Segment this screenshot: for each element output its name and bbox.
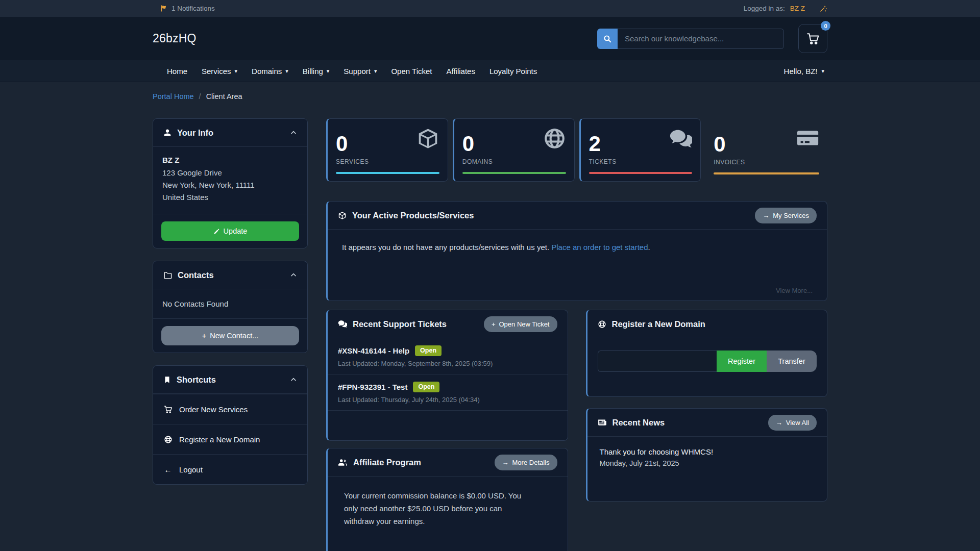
stat-card-domains[interactable]: 0 DOMAINS xyxy=(453,118,575,182)
nav-item-services[interactable]: Services▾ xyxy=(194,60,244,82)
stat-label: TICKETS xyxy=(589,158,693,165)
stat-underline xyxy=(462,172,566,174)
ticket-subject: #FPN-932391 - Test xyxy=(338,383,407,391)
nav-item-open-ticket[interactable]: Open Ticket xyxy=(384,60,439,82)
stat-label: DOMAINS xyxy=(462,158,566,165)
collapse-toggle[interactable] xyxy=(290,271,297,279)
register-domain-title: Register a New Domain xyxy=(612,319,705,329)
ticket-status-badge: Open xyxy=(415,345,442,356)
domain-register-button[interactable]: Register xyxy=(717,350,767,372)
account-menu[interactable]: Hello, BZ! ▾ xyxy=(784,67,827,76)
stat-label: INVOICES xyxy=(714,159,819,166)
search-input[interactable] xyxy=(618,29,784,49)
shortcut-register-domain[interactable]: Register a New Domain xyxy=(153,424,307,454)
shortcut-order-new-services[interactable]: Order New Services xyxy=(153,394,307,424)
client-name: BZ Z xyxy=(162,156,298,164)
news-headline: Thank you for choosing WHMCS! xyxy=(600,447,815,456)
top-notification-bar: 1 Notifications Logged in as: BZ Z xyxy=(0,0,980,17)
domain-transfer-button[interactable]: Transfer xyxy=(767,350,817,372)
newspaper-icon xyxy=(598,418,607,427)
site-header: 26bzHQ 0 xyxy=(0,17,980,60)
knowledgebase-search xyxy=(597,29,784,49)
chevron-up-icon xyxy=(290,271,297,279)
nav-item-home[interactable]: Home xyxy=(160,60,194,82)
notifications-link[interactable]: 1 Notifications xyxy=(160,5,215,12)
search-button[interactable] xyxy=(597,29,618,49)
stat-card-invoices[interactable]: 0 INVOICES xyxy=(705,118,827,182)
ticket-row[interactable]: #FPN-932391 - Test Open Last Updated: Th… xyxy=(328,374,568,411)
cart-button[interactable]: 0 xyxy=(798,24,827,53)
news-item[interactable]: Thank you for choosing WHMCS! Monday, Ju… xyxy=(587,437,827,478)
contacts-title: Contacts xyxy=(178,270,214,280)
stats-row: 0 SERVICES 0 DOMAINS 2 xyxy=(326,118,827,182)
breadcrumb-separator: / xyxy=(199,92,201,101)
globe-icon xyxy=(543,127,566,150)
recent-tickets-header: Recent Support Tickets + Open New Ticket xyxy=(328,310,568,338)
view-all-button[interactable]: → View All xyxy=(768,415,817,431)
caret-down-icon: ▾ xyxy=(327,68,330,74)
nav-item-loyalty-points[interactable]: Loyalty Points xyxy=(482,60,544,82)
greeting-label: Hello, BZ! xyxy=(784,67,818,76)
nav-item-domains[interactable]: Domains▾ xyxy=(244,60,296,82)
comments-icon xyxy=(338,319,347,329)
my-services-button[interactable]: → My Services xyxy=(755,208,817,223)
register-domain-panel: Register a New Domain Register Transfer xyxy=(586,310,828,397)
caret-down-icon: ▾ xyxy=(285,68,288,74)
shortcuts-title: Shortcuts xyxy=(177,375,216,385)
breadcrumb: Portal Home / Client Area xyxy=(153,92,827,101)
stat-underline xyxy=(336,172,439,174)
nav-item-support[interactable]: Support▾ xyxy=(336,60,384,82)
stat-card-services[interactable]: 0 SERVICES xyxy=(326,118,448,182)
chevron-up-icon xyxy=(290,129,297,136)
logged-in-user-link[interactable]: BZ Z xyxy=(790,5,805,12)
collapse-toggle[interactable] xyxy=(290,129,297,136)
caret-down-icon: ▾ xyxy=(235,68,238,74)
recent-news-panel: Recent News → View All Thank you for cho… xyxy=(586,408,828,502)
recent-tickets-title: Recent Support Tickets xyxy=(353,319,447,329)
search-icon xyxy=(603,34,612,43)
bookmark-icon xyxy=(163,376,171,384)
ticket-status-badge: Open xyxy=(413,382,439,392)
open-new-ticket-button[interactable]: + Open New Ticket xyxy=(484,316,557,332)
your-info-header: Your Info xyxy=(153,119,307,147)
main-navigation: Home Services▾ Domains▾ Billing▾ Support… xyxy=(0,60,980,82)
more-details-button[interactable]: → More Details xyxy=(495,455,557,470)
nav-item-billing[interactable]: Billing▾ xyxy=(296,60,337,82)
update-details-button[interactable]: Update xyxy=(161,221,299,241)
affiliate-panel: Affiliate Program → More Details Your cu… xyxy=(326,448,568,551)
stat-label: SERVICES xyxy=(336,158,439,165)
main-content: 0 SERVICES 0 DOMAINS 2 xyxy=(326,118,827,551)
domain-search-input[interactable] xyxy=(598,350,717,372)
affiliate-balance-text: Your current commission balance is $0.00… xyxy=(344,489,534,528)
recent-news-header: Recent News → View All xyxy=(587,409,827,437)
your-info-panel: Your Info BZ Z 123 Google Drive New York… xyxy=(153,118,308,248)
cart-icon xyxy=(163,405,173,414)
stat-card-tickets[interactable]: 2 TICKETS xyxy=(579,118,701,182)
folder-icon xyxy=(163,271,172,280)
arrow-left-icon: ← xyxy=(163,466,173,473)
collapse-toggle[interactable] xyxy=(290,376,297,383)
admin-masquerade-button[interactable] xyxy=(819,5,827,13)
cart-icon xyxy=(806,32,820,45)
breadcrumb-portal-home[interactable]: Portal Home xyxy=(153,92,194,101)
active-products-title: Your Active Products/Services xyxy=(352,211,474,220)
new-contact-button[interactable]: + New Contact... xyxy=(161,326,299,345)
your-info-title: Your Info xyxy=(177,128,213,138)
pencil-icon xyxy=(213,228,220,235)
user-icon xyxy=(163,129,172,137)
comments-icon xyxy=(669,127,692,150)
shortcut-logout[interactable]: ← Logout xyxy=(153,454,307,484)
contacts-panel: Contacts No Contacts Found + New Contact… xyxy=(153,261,308,353)
site-logo[interactable]: 26bzHQ xyxy=(153,32,197,45)
sidebar: Your Info BZ Z 123 Google Drive New York… xyxy=(153,118,308,485)
nav-item-affiliates[interactable]: Affiliates xyxy=(439,60,482,82)
magic-wand-icon xyxy=(819,5,827,13)
view-more-link[interactable]: View More... xyxy=(342,287,813,294)
plus-icon: + xyxy=(202,332,206,340)
ticket-subject: #XSN-416144 - Help xyxy=(338,346,409,355)
contacts-empty-text: No Contacts Found xyxy=(153,289,307,318)
cart-count-badge: 0 xyxy=(821,21,830,31)
client-address-block: BZ Z 123 Google Drive New York, New York… xyxy=(153,147,307,214)
ticket-row[interactable]: #XSN-416144 - Help Open Last Updated: Mo… xyxy=(328,338,568,374)
place-order-link[interactable]: Place an order to get started xyxy=(551,243,648,252)
